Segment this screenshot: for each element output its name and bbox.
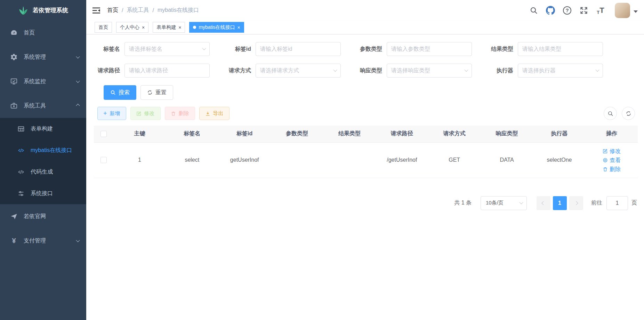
breadcrumb-home[interactable]: 首页 — [107, 7, 118, 14]
reset-button[interactable]: 重置 — [140, 85, 173, 100]
row-edit-link[interactable]: 修改 — [603, 147, 621, 155]
page-content: 标签名 标签id 参数类型 — [86, 34, 644, 320]
sidebar-item-code-gen[interactable]: 代码生成 — [0, 161, 86, 183]
refresh-icon — [147, 90, 153, 95]
search-form-row-1: 标签名 标签id 参数类型 — [94, 42, 638, 56]
sidebar-item-label: 系统工具 — [24, 102, 77, 110]
chevron-up-icon — [76, 104, 80, 107]
table-toolbar: + 新增 修改 — [97, 107, 638, 120]
yen-icon: ¥ — [10, 237, 18, 245]
column-header: 请求方式 — [428, 126, 481, 142]
trash-icon — [171, 111, 176, 116]
font-size-icon[interactable]: TT — [596, 6, 605, 15]
app-window: 若依管理系统 首页 系统管理 — [0, 0, 644, 320]
row-view-link[interactable]: 查看 — [603, 156, 621, 164]
prev-page-button[interactable] — [537, 196, 550, 210]
row-actions: 修改 查看 — [586, 147, 638, 173]
chevron-down-icon — [76, 55, 80, 58]
cell-executor: selectOne — [533, 142, 586, 178]
app-logo[interactable]: 若依管理系统 — [0, 0, 86, 21]
refresh-button[interactable] — [622, 107, 635, 120]
column-header: 操作 — [586, 126, 638, 142]
close-icon[interactable]: × — [178, 25, 181, 30]
table-tools — [604, 107, 635, 120]
sidebar-collapse-icon[interactable] — [92, 6, 101, 15]
select-all-checkbox[interactable] — [100, 131, 107, 137]
tab-mybatis-api[interactable]: mybatis在线接口 × — [189, 22, 244, 33]
cell-request-method: GET — [428, 142, 481, 178]
search-actions: 搜索 重置 — [104, 85, 638, 100]
form-item-request-path: 请求路径 — [94, 64, 225, 78]
toolbox-icon — [10, 102, 18, 110]
close-icon[interactable]: × — [142, 25, 145, 30]
sidebar-item-home[interactable]: 首页 — [0, 21, 86, 45]
sidebar-item-system-manage[interactable]: 系统管理 — [0, 45, 86, 69]
trash-icon — [603, 167, 608, 172]
fullscreen-icon[interactable] — [579, 6, 588, 15]
tag-name-select[interactable] — [124, 42, 210, 56]
sidebar-item-system-tools[interactable]: 系统工具 — [0, 94, 86, 118]
sidebar-item-system-api[interactable]: 系统接口 — [0, 183, 86, 204]
close-icon[interactable]: × — [238, 25, 240, 30]
field-label: 请求方式 — [225, 67, 256, 74]
search-button[interactable]: 搜索 — [104, 85, 136, 100]
goto-label: 前往 — [591, 199, 602, 207]
page-number-1[interactable]: 1 — [553, 196, 567, 210]
field-label: 结果类型 — [487, 46, 518, 53]
goto-page-input[interactable] — [606, 196, 628, 210]
table-row[interactable]: 1 select getUserInof /getUserInof GET DA… — [94, 142, 638, 178]
column-header: 响应类型 — [481, 126, 533, 142]
tab-profile[interactable]: 个人中心 × — [116, 22, 148, 33]
response-type-select[interactable] — [387, 64, 472, 78]
form-item-tag-id: 标签id — [225, 42, 356, 56]
column-header: 请求路径 — [376, 126, 428, 142]
sidebar-item-label: 代码生成 — [31, 168, 79, 176]
delete-button-label: 删除 — [179, 110, 189, 117]
export-button[interactable]: 导出 — [199, 107, 230, 120]
next-page-button[interactable] — [569, 196, 583, 210]
row-checkbox[interactable] — [100, 157, 107, 163]
tab-form-builder[interactable]: 表单构建 × — [153, 22, 185, 33]
tab-label: 个人中心 — [120, 24, 139, 31]
tab-home[interactable]: 首页 — [95, 22, 112, 33]
sidebar-submenu-system-tools: 表单构建 mybatis在线接口 代码生成 — [0, 118, 86, 204]
breadcrumb-separator: / — [152, 7, 154, 14]
form-item-result-type: 结果类型 — [487, 42, 618, 56]
sidebar-item-payment[interactable]: ¥ 支付管理 — [0, 229, 86, 253]
cell-param-type — [271, 142, 323, 178]
tabs-bar: 首页 个人中心 × 表单构建 × mybatis在线接口 × — [86, 21, 644, 34]
edit-button[interactable]: 修改 — [130, 107, 161, 120]
delete-button[interactable]: 删除 — [165, 107, 195, 120]
user-menu[interactable] — [615, 3, 638, 18]
help-icon[interactable]: ? — [563, 6, 572, 15]
avatar[interactable] — [615, 3, 630, 18]
executor-select[interactable] — [518, 64, 603, 78]
cell-tag-name: select — [166, 142, 218, 178]
page-size-select[interactable]: 10条/页 — [481, 196, 527, 210]
export-button-label: 导出 — [213, 110, 224, 117]
param-type-input[interactable] — [387, 42, 472, 56]
row-view-label: 查看 — [610, 156, 621, 164]
sidebar-item-mybatis-api[interactable]: mybatis在线接口 — [0, 139, 86, 161]
edit-icon — [136, 111, 142, 116]
data-table: 主键 标签名 标签id 参数类型 结果类型 请求路径 请求方式 响应类型 执行器… — [94, 126, 638, 178]
cell-primary-key: 1 — [113, 142, 166, 178]
tag-id-input[interactable] — [256, 42, 341, 56]
field-label: 执行器 — [487, 67, 518, 74]
sidebar-item-system-monitor[interactable]: 系统监控 — [0, 69, 86, 94]
paper-plane-icon — [10, 212, 18, 221]
github-icon[interactable] — [546, 6, 555, 15]
sidebar-item-form-builder[interactable]: 表单构建 — [0, 118, 86, 139]
add-button[interactable]: + 新增 — [97, 107, 126, 120]
table-grid-icon — [17, 125, 25, 133]
sidebar-item-official-site[interactable]: 若依官网 — [0, 204, 86, 229]
breadcrumb: 首页 / 系统工具 / mybatis在线接口 — [107, 7, 199, 14]
toggle-search-button[interactable] — [604, 107, 617, 120]
sidebar-item-label: 系统管理 — [24, 54, 77, 61]
row-delete-link[interactable]: 删除 — [603, 165, 621, 173]
monitor-icon — [10, 77, 18, 86]
search-icon[interactable] — [529, 6, 538, 15]
result-type-input[interactable] — [518, 42, 603, 56]
request-method-select[interactable] — [256, 64, 341, 78]
request-path-input[interactable] — [124, 64, 210, 78]
